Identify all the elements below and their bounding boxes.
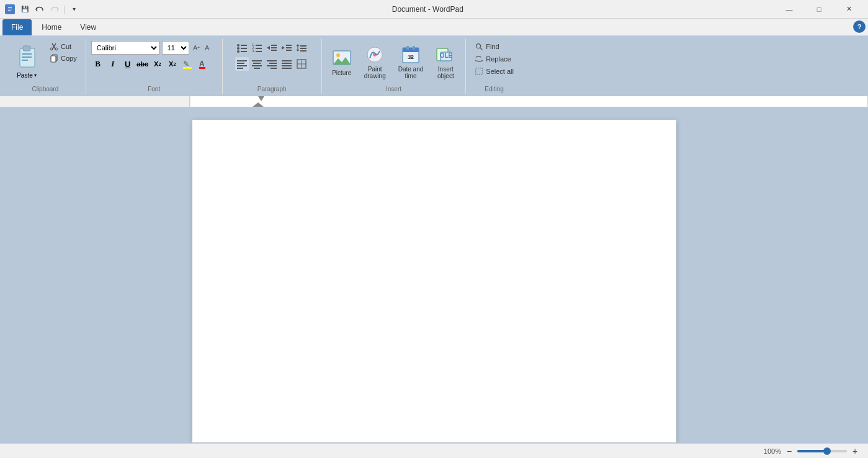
font-color-button[interactable]: A bbox=[195, 57, 209, 71]
align-left-button[interactable] bbox=[235, 57, 249, 71]
copy-button[interactable]: Copy bbox=[46, 53, 81, 64]
close-button[interactable]: ✕ bbox=[834, 0, 863, 19]
justify-button[interactable] bbox=[280, 57, 293, 71]
insert-object-button[interactable]: OLE Insert object bbox=[431, 41, 460, 83]
svg-rect-54 bbox=[267, 60, 277, 61]
superscript-button[interactable]: X2 bbox=[166, 57, 179, 71]
zoom-slider-fill bbox=[797, 450, 827, 452]
underline-button[interactable]: U bbox=[121, 57, 135, 71]
ribbon-body: Paste ▾ Cut bbox=[0, 36, 868, 96]
bold-button[interactable]: B bbox=[91, 57, 105, 71]
svg-rect-40 bbox=[286, 45, 292, 46]
font-size-selector[interactable]: 11 bbox=[162, 41, 189, 55]
undo-qat-button[interactable] bbox=[34, 3, 46, 16]
decrease-indent-button[interactable] bbox=[265, 41, 279, 55]
zoom-out-button[interactable]: − bbox=[784, 446, 795, 457]
svg-rect-5 bbox=[23, 46, 30, 51]
tab-view[interactable]: View bbox=[71, 19, 105, 35]
font-family-selector[interactable]: Calibri bbox=[91, 41, 159, 55]
svg-rect-59 bbox=[282, 63, 292, 64]
svg-rect-28 bbox=[241, 51, 247, 52]
subscript-button[interactable]: X2 bbox=[151, 57, 164, 71]
svg-rect-48 bbox=[237, 65, 247, 66]
svg-rect-57 bbox=[271, 68, 277, 69]
svg-text:+: + bbox=[197, 45, 200, 50]
editing-group-label: Editing bbox=[485, 86, 504, 94]
bullets-button[interactable] bbox=[235, 41, 249, 55]
increase-indent-button[interactable] bbox=[280, 41, 293, 55]
svg-rect-73 bbox=[413, 46, 415, 50]
svg-rect-32 bbox=[256, 48, 262, 49]
cut-button[interactable]: Cut bbox=[46, 41, 81, 52]
highlight-button[interactable]: ✎ bbox=[181, 57, 194, 71]
tab-home[interactable]: Home bbox=[33, 19, 70, 35]
svg-rect-6 bbox=[22, 53, 32, 55]
clipboard-group: Paste ▾ Cut bbox=[5, 38, 86, 94]
insert-group: Picture Paint drawing bbox=[322, 38, 467, 94]
svg-marker-87 bbox=[252, 102, 264, 107]
title-bar: 💾 | ▾ Document - WordPad — □ ✕ bbox=[0, 0, 868, 19]
svg-rect-37 bbox=[271, 47, 277, 48]
qat-separator: | bbox=[63, 4, 66, 14]
select-all-button[interactable]: Select all bbox=[471, 66, 517, 77]
svg-point-80 bbox=[477, 44, 481, 48]
svg-rect-51 bbox=[253, 63, 261, 64]
svg-rect-44 bbox=[300, 48, 306, 49]
svg-rect-85 bbox=[477, 70, 481, 74]
help-button[interactable]: ? bbox=[853, 20, 866, 33]
svg-rect-55 bbox=[269, 63, 277, 64]
minimize-button[interactable]: — bbox=[775, 0, 803, 19]
ruler-inner bbox=[189, 96, 868, 107]
svg-point-69 bbox=[373, 53, 377, 56]
italic-button[interactable]: I bbox=[106, 57, 120, 71]
svg-rect-22 bbox=[199, 67, 205, 69]
zoom-in-button[interactable]: + bbox=[849, 446, 861, 457]
svg-text:-: - bbox=[209, 45, 211, 50]
svg-line-81 bbox=[480, 48, 483, 50]
editing-group: Find Replace Select al bbox=[466, 38, 522, 94]
svg-rect-26 bbox=[241, 48, 247, 49]
document-page[interactable] bbox=[192, 120, 676, 442]
document-scroll-area[interactable] bbox=[0, 107, 868, 443]
svg-marker-83 bbox=[475, 60, 477, 62]
svg-rect-36 bbox=[271, 45, 277, 46]
svg-rect-47 bbox=[237, 63, 244, 64]
svg-rect-56 bbox=[267, 65, 277, 66]
redo-qat-button[interactable] bbox=[48, 3, 61, 16]
zoom-slider-thumb[interactable] bbox=[823, 447, 831, 455]
content-area bbox=[0, 107, 868, 443]
clipboard-label: Clipboard bbox=[32, 86, 58, 94]
tab-file[interactable]: File bbox=[2, 19, 32, 35]
svg-rect-7 bbox=[22, 56, 32, 58]
svg-rect-20 bbox=[183, 67, 192, 69]
paste-button[interactable]: Paste ▾ bbox=[10, 41, 43, 83]
svg-marker-82 bbox=[482, 60, 483, 62]
zoom-control: 100% − + bbox=[764, 446, 861, 457]
svg-marker-88 bbox=[258, 96, 264, 101]
replace-button[interactable]: Replace bbox=[471, 53, 514, 65]
strikethrough-button[interactable]: abc bbox=[136, 57, 150, 71]
svg-point-25 bbox=[237, 47, 239, 50]
date-and-time-button[interactable]: 12 Date and time bbox=[393, 41, 429, 83]
numbering-button[interactable]: 1. 2. 3. bbox=[250, 41, 264, 55]
find-button[interactable]: Find bbox=[471, 41, 503, 52]
zoom-slider[interactable] bbox=[797, 450, 847, 452]
grow-font-button[interactable]: A+ bbox=[192, 42, 203, 53]
paint-drawing-button[interactable]: Paint drawing bbox=[359, 41, 391, 83]
svg-rect-60 bbox=[282, 65, 292, 66]
qat-customize-button[interactable]: ▾ bbox=[68, 3, 81, 16]
maximize-button[interactable]: □ bbox=[805, 0, 833, 19]
line-spacing-button[interactable] bbox=[295, 41, 308, 55]
align-center-button[interactable] bbox=[250, 57, 264, 71]
svg-rect-53 bbox=[254, 68, 260, 69]
font-group-label: Font bbox=[148, 86, 160, 94]
svg-rect-8 bbox=[22, 60, 28, 61]
borders-button[interactable] bbox=[295, 57, 308, 71]
window-title: Document - WordPad bbox=[81, 5, 775, 14]
shrink-font-button[interactable]: A- bbox=[204, 42, 215, 53]
svg-text:3.: 3. bbox=[252, 49, 255, 53]
svg-rect-49 bbox=[237, 68, 243, 69]
picture-button[interactable]: Picture bbox=[327, 45, 357, 80]
align-right-button[interactable] bbox=[265, 57, 279, 71]
save-qat-button[interactable]: 💾 bbox=[19, 3, 31, 16]
